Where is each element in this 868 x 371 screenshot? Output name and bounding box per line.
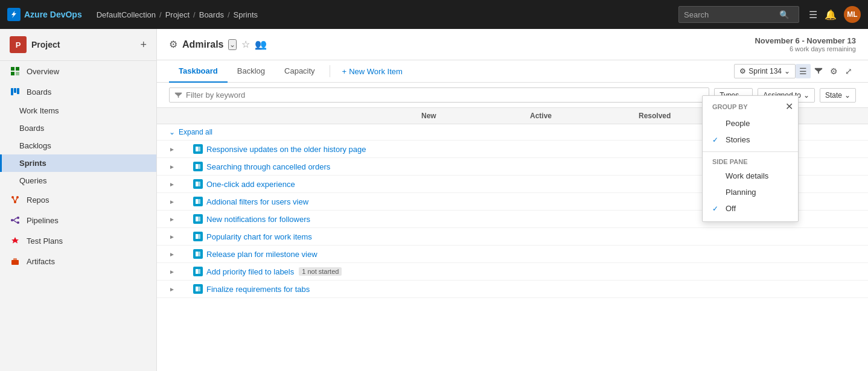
dropdown-close-button[interactable]: ✕ xyxy=(785,101,793,112)
row-expander[interactable]: ► xyxy=(169,286,193,293)
row-title[interactable]: Release plan for milestone view xyxy=(193,249,421,259)
page-header-left: ⚙ Admirals ⌄ ☆ 👥 xyxy=(169,39,267,50)
filter-button[interactable] xyxy=(811,64,826,79)
side-pane-header: Side Pane xyxy=(703,156,798,168)
dropdown-stories-label: Stories xyxy=(726,135,750,144)
table-row: ► Add priority filed to labels 1 not sta… xyxy=(157,263,868,281)
tab-capacity[interactable]: Capacity xyxy=(275,60,325,83)
row-title[interactable]: New notifications for followers xyxy=(193,214,421,224)
row-expander[interactable]: ► xyxy=(169,251,193,258)
fullscreen-button[interactable]: ⤢ xyxy=(841,64,856,78)
svg-rect-23 xyxy=(196,182,198,186)
filter-keyword-input[interactable] xyxy=(186,90,704,100)
row-title[interactable]: Responsive updates on the older history … xyxy=(193,144,421,154)
sidebar-item-repos[interactable]: Repos xyxy=(0,189,156,210)
sidebar-item-test-plans-label: Test Plans xyxy=(27,236,63,246)
tab-taskboard[interactable]: Taskboard xyxy=(169,60,228,83)
filter-state-label: State xyxy=(825,91,842,100)
page-header: ⚙ Admirals ⌄ ☆ 👥 November 6 - November 1… xyxy=(157,29,868,60)
svg-line-10 xyxy=(13,197,15,202)
row-expander[interactable]: ► xyxy=(169,146,193,153)
svg-rect-33 xyxy=(196,269,198,274)
sidebar-item-boards-header[interactable]: Boards xyxy=(0,81,156,102)
main-layout: P Project + Overview Boards Work Items B… xyxy=(0,29,868,371)
dropdown-item-people[interactable]: People xyxy=(703,115,798,132)
row-title[interactable]: One-click add experience xyxy=(193,179,421,189)
sidebar-item-backlogs[interactable]: Backlogs xyxy=(0,137,156,154)
artifacts-icon xyxy=(10,256,21,267)
sidebar-item-sprints[interactable]: Sprints xyxy=(0,154,156,172)
row-expander[interactable]: ► xyxy=(169,163,193,170)
sidebar-item-boards-sub[interactable]: Boards xyxy=(0,119,156,137)
favorite-button[interactable]: ☆ xyxy=(241,39,250,50)
dropdown-item-work-details[interactable]: Work details xyxy=(703,168,798,184)
row-expander[interactable]: ► xyxy=(169,198,193,205)
expand-all-label: Expand all xyxy=(179,128,212,136)
row-expander[interactable]: ► xyxy=(169,233,193,240)
svg-rect-1 xyxy=(16,67,19,71)
search-input[interactable] xyxy=(679,10,776,19)
group-by-button[interactable]: ☰ xyxy=(796,64,811,78)
tab-backlog[interactable]: Backlog xyxy=(228,60,275,83)
settings-button[interactable]: ⚙ xyxy=(826,64,841,78)
user-avatar[interactable]: ML xyxy=(844,6,861,23)
notifications-icon[interactable]: 🔔 xyxy=(825,9,837,21)
sidebar-item-backlogs-label: Backlogs xyxy=(19,141,51,150)
sidebar-item-work-items-label: Work Items xyxy=(19,106,59,115)
search-button[interactable]: 🔍 xyxy=(776,10,793,19)
sprint-name: Admirals xyxy=(182,39,223,50)
group-by-dropdown: ✕ Group by People ✓ Stories Side Pane Wo… xyxy=(702,95,799,222)
sprint-icon: ⚙ xyxy=(169,39,177,50)
filter-state-chip[interactable]: State ⌄ xyxy=(820,88,856,103)
svg-rect-29 xyxy=(196,234,198,239)
sidebar-item-artifacts-label: Artifacts xyxy=(27,257,55,266)
svg-rect-30 xyxy=(198,234,200,239)
app-name-label: Azure DevOps xyxy=(24,10,82,19)
breadcrumb-project[interactable]: Project xyxy=(165,10,190,19)
breadcrumb-sprints[interactable]: Sprints xyxy=(234,10,258,19)
sidebar-item-test-plans[interactable]: Test Plans xyxy=(0,230,156,251)
col-active: Active xyxy=(530,112,639,120)
sidebar-item-artifacts[interactable]: Artifacts xyxy=(0,251,156,271)
row-expander[interactable]: ► xyxy=(169,268,193,275)
row-title[interactable]: Popularity chart for work items xyxy=(193,232,421,241)
list-icon[interactable]: ☰ xyxy=(809,9,817,21)
sidebar-item-overview-label: Overview xyxy=(27,67,59,76)
sprint-name-dropdown[interactable]: ⌄ xyxy=(228,39,237,50)
sidebar-item-overview[interactable]: Overview xyxy=(0,61,156,81)
row-expander[interactable]: ► xyxy=(169,181,193,188)
svg-rect-21 xyxy=(196,164,198,169)
not-started-badge: 1 not started xyxy=(299,267,342,276)
sidebar-item-boards-label: Boards xyxy=(27,87,51,97)
dropdown-item-off[interactable]: ✓ Off xyxy=(703,200,798,217)
dropdown-item-stories[interactable]: ✓ Stories xyxy=(703,132,798,148)
sidebar-project: P Project + xyxy=(0,29,156,61)
row-title[interactable]: Add priority filed to labels 1 not start… xyxy=(193,267,421,276)
sprint-selector[interactable]: ⚙ Sprint 134 ⌄ xyxy=(734,64,796,78)
azure-logo[interactable]: Azure DevOps xyxy=(7,8,82,21)
breadcrumb-defaultcollection[interactable]: DefaultCollection xyxy=(97,10,156,19)
team-settings-button[interactable]: 👥 xyxy=(255,39,267,50)
dropdown-item-planning[interactable]: Planning xyxy=(703,184,798,200)
repos-icon xyxy=(10,194,21,205)
user-story-icon xyxy=(193,214,203,224)
sidebar-item-work-items[interactable]: Work Items xyxy=(0,102,156,119)
user-story-icon xyxy=(193,162,203,171)
sidebar-item-repos-label: Repos xyxy=(27,195,49,205)
sidebar-item-queries[interactable]: Queries xyxy=(0,172,156,189)
new-work-item-button[interactable]: + New Work Item xyxy=(335,63,410,80)
svg-rect-3 xyxy=(16,72,19,75)
dropdown-work-details-label: Work details xyxy=(726,171,768,180)
svg-rect-35 xyxy=(196,287,198,291)
sidebar-item-pipelines[interactable]: Pipelines xyxy=(0,210,156,230)
sidebar: P Project + Overview Boards Work Items B… xyxy=(0,29,157,371)
svg-rect-18 xyxy=(13,258,17,261)
dropdown-off-label: Off xyxy=(726,204,736,213)
svg-rect-32 xyxy=(198,252,200,256)
row-title[interactable]: Finalize requirements for tabs xyxy=(193,284,421,294)
row-title[interactable]: Addional filters for users view xyxy=(193,197,421,206)
breadcrumb-boards[interactable]: Boards xyxy=(199,10,224,19)
row-title[interactable]: Searching through cancelled orders xyxy=(193,162,421,171)
sidebar-add-button[interactable]: + xyxy=(140,39,147,51)
row-expander[interactable]: ► xyxy=(169,216,193,223)
